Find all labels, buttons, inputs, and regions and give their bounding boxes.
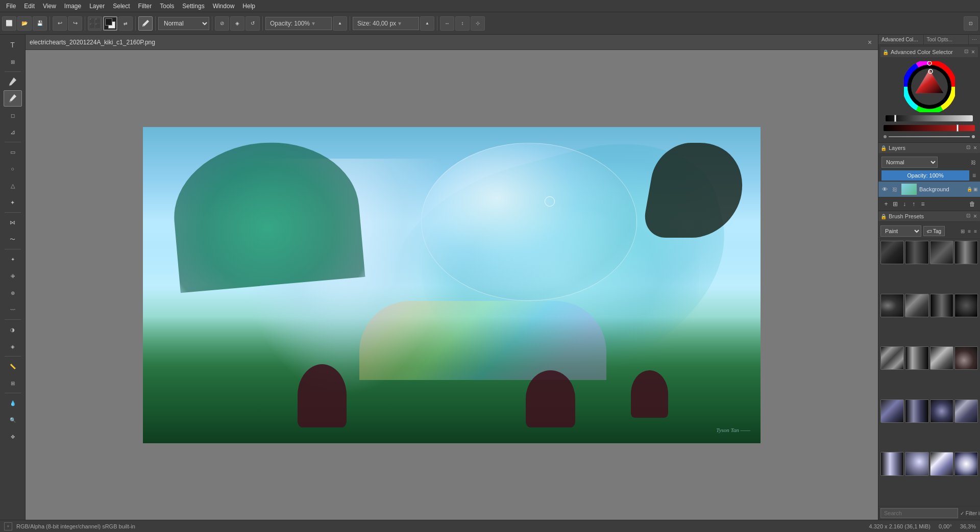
canvas-close-button[interactable]: × bbox=[866, 38, 874, 46]
layer-row-background[interactable]: 👁 ⛓ Background 🔒 ▣ bbox=[878, 182, 980, 197]
erase-toggle[interactable]: ⊘ bbox=[215, 16, 229, 31]
tool-path[interactable]: ⋈ bbox=[4, 214, 22, 231]
tool-perspective-clone[interactable]: ⊕ bbox=[4, 285, 22, 301]
tool-measure[interactable]: 📏 bbox=[4, 358, 22, 374]
tool-text[interactable]: T bbox=[4, 37, 22, 53]
move-layer-up[interactable]: ↑ bbox=[909, 199, 918, 209]
brush-item[interactable] bbox=[954, 294, 978, 317]
brushes-panel-float[interactable]: ⊡ bbox=[965, 213, 971, 220]
paint-dynamics[interactable]: ◈ bbox=[230, 16, 244, 31]
tool-eraser[interactable]: ◻ bbox=[4, 107, 22, 123]
flip-h-button[interactable]: ↔ bbox=[440, 16, 454, 31]
tool-paintbrush[interactable] bbox=[4, 90, 22, 107]
brush-item[interactable] bbox=[930, 452, 953, 475]
brush-item[interactable] bbox=[905, 241, 928, 264]
brush-item[interactable] bbox=[930, 241, 953, 264]
move-layer-down[interactable]: ↓ bbox=[900, 199, 909, 209]
size-box[interactable]: Size: 40,00 px ▾ bbox=[353, 17, 419, 30]
brush-item[interactable] bbox=[930, 399, 953, 423]
tool-align[interactable]: ⊞ bbox=[4, 54, 22, 70]
add-layer-button[interactable]: + bbox=[881, 199, 891, 209]
opacity-step-up[interactable]: ▲ bbox=[333, 16, 347, 31]
blend-mode-select[interactable]: Normal bbox=[158, 17, 209, 30]
canvas-container[interactable]: Tyson Tan —— bbox=[26, 50, 878, 520]
brush-item[interactable] bbox=[905, 346, 928, 370]
undo-button[interactable]: ↩ bbox=[53, 16, 67, 31]
tool-pencil[interactable] bbox=[4, 73, 22, 90]
menu-file[interactable]: File bbox=[2, 2, 20, 11]
tab-tool-options[interactable]: Tool Opts... bbox=[924, 35, 969, 44]
statusbar-expand-button[interactable]: + bbox=[4, 522, 12, 530]
brush-item[interactable] bbox=[880, 241, 904, 264]
brush-item[interactable] bbox=[905, 294, 928, 317]
red-slider[interactable] bbox=[884, 125, 975, 131]
window-resize-button[interactable]: ⊡ bbox=[964, 16, 978, 31]
paintbrush-tool-btn[interactable] bbox=[138, 16, 153, 31]
menu-select[interactable]: Select bbox=[109, 2, 134, 11]
tool-magnify[interactable]: 🔍 bbox=[4, 412, 22, 428]
menu-filter[interactable]: Filter bbox=[134, 2, 156, 11]
menu-help[interactable]: Help bbox=[238, 2, 259, 11]
brush-item[interactable] bbox=[880, 452, 904, 475]
menu-settings[interactable]: Settings bbox=[178, 2, 208, 11]
tool-ellipse-select[interactable]: ○ bbox=[4, 161, 22, 177]
color-panel-float[interactable]: ⊡ bbox=[963, 48, 969, 56]
tool-color-picker[interactable]: 💧 bbox=[4, 395, 22, 411]
tool-smudge[interactable]: 〰 bbox=[4, 301, 22, 318]
menu-tools[interactable]: Tools bbox=[156, 2, 178, 11]
tool-move[interactable]: ✥ bbox=[4, 428, 22, 445]
menu-edit[interactable]: Edit bbox=[20, 2, 39, 11]
brush-item[interactable] bbox=[954, 452, 978, 475]
brush-search-input[interactable] bbox=[880, 508, 958, 518]
tool-dodge-burn[interactable]: ◑ bbox=[4, 321, 22, 338]
layer-visibility-toggle[interactable]: 👁 bbox=[880, 185, 889, 193]
delete-layer-button[interactable]: 🗑 bbox=[968, 199, 977, 209]
flip-v-button[interactable]: ↕ bbox=[455, 16, 470, 31]
brush-item[interactable] bbox=[880, 294, 904, 317]
group-layer-button[interactable]: ⊞ bbox=[891, 199, 900, 209]
brush-item[interactable] bbox=[954, 346, 978, 370]
color-wheel[interactable] bbox=[904, 61, 955, 112]
menu-window[interactable]: Window bbox=[209, 2, 239, 11]
layers-panel-close[interactable]: × bbox=[972, 144, 978, 151]
brush-item[interactable] bbox=[954, 399, 978, 423]
menu-layer[interactable]: Layer bbox=[85, 2, 109, 11]
brush-item[interactable] bbox=[880, 399, 904, 423]
color-panel-close[interactable]: × bbox=[970, 48, 976, 56]
tool-transform[interactable]: ⊞ bbox=[4, 375, 22, 391]
brush-item[interactable] bbox=[880, 346, 904, 370]
swap-colors-button[interactable]: ⇄ bbox=[118, 16, 133, 31]
opacity-box[interactable]: Opacity: 100% ▾ bbox=[265, 17, 332, 30]
tool-fuzzy-select[interactable]: ✦ bbox=[4, 194, 22, 211]
brushes-grid-view[interactable]: ⊞ bbox=[960, 229, 966, 234]
brushes-list-view[interactable]: ≡ bbox=[967, 229, 972, 234]
tool-clone[interactable]: ✦ bbox=[4, 251, 22, 267]
layer-menu[interactable]: ≡ bbox=[918, 199, 927, 209]
brush-item[interactable] bbox=[954, 241, 978, 264]
tag-button[interactable]: 🏷 Tag bbox=[923, 226, 945, 236]
brush-item[interactable] bbox=[930, 346, 953, 370]
brush-item[interactable] bbox=[905, 399, 928, 423]
size-step-up[interactable]: ▲ bbox=[420, 16, 434, 31]
tool-fill[interactable]: ⊿ bbox=[4, 124, 22, 140]
tab-advanced-color[interactable]: Advanced Color Sele... bbox=[878, 35, 924, 44]
opacity-value-button[interactable]: Opacity: 100% bbox=[881, 170, 969, 181]
tool-sharpen[interactable]: ◈ bbox=[4, 338, 22, 354]
layer-chain-icon[interactable]: ⛓ bbox=[970, 160, 977, 165]
panel-tab-menu[interactable]: ⋯ bbox=[969, 35, 980, 44]
paint-mode-select[interactable]: Paint bbox=[880, 225, 921, 237]
brush-item[interactable] bbox=[905, 452, 928, 475]
brushes-panel-close[interactable]: × bbox=[972, 213, 978, 220]
layers-panel-float[interactable]: ⊡ bbox=[965, 144, 971, 151]
fg-color-btn[interactable] bbox=[103, 16, 117, 31]
save-button[interactable]: 💾 bbox=[33, 16, 47, 31]
layer-settings-icon[interactable]: ≡ bbox=[971, 172, 977, 179]
redo-button[interactable]: ↪ bbox=[68, 16, 82, 31]
layers-blend-mode[interactable]: Normal bbox=[881, 157, 938, 168]
new-button[interactable]: ⬜ bbox=[2, 16, 16, 31]
tool-heal[interactable]: ✙ bbox=[4, 268, 22, 284]
menu-view[interactable]: View bbox=[39, 2, 60, 11]
tool-freehand[interactable]: 〜 bbox=[4, 231, 22, 247]
tool-rect-select[interactable]: ▭ bbox=[4, 144, 22, 160]
brushes-settings[interactable]: ≡ bbox=[973, 229, 978, 234]
